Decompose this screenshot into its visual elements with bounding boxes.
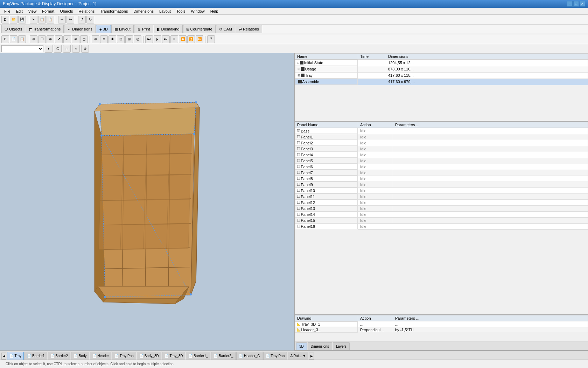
tab-barrier2-3d[interactable]: 📄 Barrier2_ xyxy=(211,352,236,360)
filter-shapes[interactable]: ⬡ xyxy=(54,45,62,53)
tab-header-c[interactable]: 📄 Header_C xyxy=(236,352,262,360)
mode-print[interactable]: 🖨 Print xyxy=(134,25,153,33)
mode-transformations[interactable]: ⇄ Transformations xyxy=(26,25,64,33)
tb2-zoom-window[interactable]: ⊡ xyxy=(117,35,125,43)
mode-diemaking[interactable]: ◧ Diemaking xyxy=(154,25,183,33)
tb2-rewind[interactable]: ⏪ xyxy=(179,35,187,43)
panel-row-15[interactable]: ☐ Panel15 Idle xyxy=(295,217,588,223)
menu-layout[interactable]: Layout xyxy=(156,8,174,14)
panel-row-13[interactable]: ☐ Panel13 Idle xyxy=(295,205,588,211)
panel-row-7[interactable]: ☐ Panel7 Idle xyxy=(295,170,588,176)
tb2-open[interactable]: 📄 xyxy=(10,35,18,43)
tb2-pause[interactable]: ⏸ xyxy=(170,35,178,43)
mode-relations[interactable]: ⇌ Relations xyxy=(236,25,262,33)
tab-barrier1[interactable]: 📄 Barrier1 xyxy=(24,352,47,360)
state-row-3[interactable]: Assemble 417,60 x 979,... xyxy=(295,79,588,85)
mode-cam[interactable]: ⚙ CAM xyxy=(216,25,235,33)
tb2-play-begin[interactable]: ⏮ xyxy=(145,35,153,43)
rp-tab-3d[interactable]: 3D xyxy=(296,342,307,350)
maximize-button[interactable]: □ xyxy=(573,1,579,7)
copy-button[interactable]: 📋 xyxy=(38,16,46,23)
panel-row-4[interactable]: ☐ Panel4 Idle xyxy=(295,152,588,158)
tb2-b4[interactable]: ↗ xyxy=(55,35,63,43)
state-row-2[interactable]: ⊞ Tray 417,60 x 118... xyxy=(295,72,588,79)
menu-relations[interactable]: Relations xyxy=(76,8,98,14)
tb2-zoom-circle[interactable]: ◎ xyxy=(134,35,141,43)
tab-scroll-left[interactable]: ◀ xyxy=(1,353,6,360)
new-button[interactable]: 🗋 xyxy=(1,16,9,23)
panel-row-16[interactable]: ☐ Panel16 Idle xyxy=(295,223,588,229)
tb2-zoom-fit[interactable]: ✚ xyxy=(108,35,116,43)
redo-button[interactable]: ↪ xyxy=(66,16,74,23)
mode-layout[interactable]: ▦ Layout xyxy=(111,25,134,33)
menu-objects[interactable]: Objects xyxy=(57,8,76,14)
menu-view[interactable]: View xyxy=(26,8,40,14)
panel-row-2[interactable]: ☐ Panel2 Idle xyxy=(295,140,588,146)
tb2-new[interactable]: 🗋 xyxy=(1,35,9,43)
tab-header[interactable]: 📄 Header xyxy=(90,352,112,360)
tb2-b6[interactable]: ⊗ xyxy=(72,35,79,43)
panel-row-3[interactable]: ☐ Panel3 Idle xyxy=(295,146,588,152)
tb2-b7[interactable]: ◻ xyxy=(80,35,88,43)
tab-barrier2[interactable]: 📄 Barrier2 xyxy=(48,352,70,360)
mode-dimensions[interactable]: ↔ Dimensions xyxy=(64,25,95,33)
mode-3d[interactable]: ◈ 3D xyxy=(96,25,111,33)
rotate-left-button[interactable]: ↺ xyxy=(78,16,86,23)
state-row-0[interactable]: □ Initial State 1204,55 x 12... xyxy=(295,60,588,66)
tab-scroll-right[interactable]: ▶ xyxy=(309,353,314,360)
menu-help[interactable]: Help xyxy=(208,8,221,14)
tb2-b3[interactable]: ⊕ xyxy=(47,35,54,43)
filter-b3[interactable]: ⊛ xyxy=(81,45,89,53)
drawing-row-0[interactable]: 📐 Tray_3D_1 ... ... xyxy=(295,321,588,327)
panel-row-0[interactable]: ☑ Base Idle xyxy=(295,128,588,134)
tb2-step-back[interactable]: ⏫ xyxy=(187,35,195,43)
tb2-zoom-out[interactable]: ⊖ xyxy=(100,35,108,43)
panel-row-11[interactable]: ☐ Panel11 Idle xyxy=(295,193,588,199)
panel-row-9[interactable]: ☐ Panel9 Idle xyxy=(295,182,588,188)
paste-button[interactable]: 📋 xyxy=(47,16,54,23)
tab-tray-pan[interactable]: 📄 Tray Pan xyxy=(112,352,136,360)
tb2-play[interactable]: ⏵ xyxy=(154,35,161,43)
filter-toggle[interactable]: ▼ xyxy=(45,45,52,53)
panel-row-8[interactable]: ☐ Panel8 Idle xyxy=(295,176,588,182)
state-expand-icon[interactable]: ⊞ xyxy=(298,74,300,77)
tab-body-3d[interactable]: 📄 Body_3D xyxy=(137,352,161,360)
tb2-b1[interactable]: ⊕ xyxy=(30,35,37,43)
menu-dimensions[interactable]: Dimensions xyxy=(131,8,156,14)
tab-a-rut[interactable]: A Rut... ▼ xyxy=(288,352,308,360)
open-button[interactable]: 📂 xyxy=(10,16,18,23)
tb2-zoom-in[interactable]: ⊕ xyxy=(92,35,99,43)
filter-b2[interactable]: ○ xyxy=(72,45,80,53)
menu-tools[interactable]: Tools xyxy=(174,8,188,14)
menu-transformations[interactable]: Transformations xyxy=(97,8,131,14)
tab-barrier1-3d[interactable]: 📄 Barrier1_ xyxy=(186,352,210,360)
tab-tray-pan2[interactable]: 📄 Tray Pan xyxy=(263,352,287,360)
tab-body[interactable]: 📄 Body xyxy=(71,352,89,360)
panel-row-5[interactable]: ☐ Panel5 Idle xyxy=(295,158,588,164)
panel-row-12[interactable]: ☐ Panel12 Idle xyxy=(295,199,588,205)
panel-row-14[interactable]: ☐ Panel14 Idle xyxy=(295,211,588,217)
panel-row-6[interactable]: ☐ Panel6 Idle xyxy=(295,164,588,170)
menu-window[interactable]: Window xyxy=(188,8,208,14)
rp-tab-dimensions[interactable]: Dimensions xyxy=(308,342,332,350)
panel-row-1[interactable]: ☐ Panel1 Idle xyxy=(295,134,588,140)
menu-file[interactable]: File xyxy=(1,8,13,14)
tab-tray-3d[interactable]: 📄 Tray_3D xyxy=(162,352,186,360)
filter-dropdown[interactable] xyxy=(1,45,43,52)
state-expand-icon[interactable]: ⊞ xyxy=(298,67,300,71)
tb2-help[interactable]: ? xyxy=(207,35,215,43)
menu-edit[interactable]: Edit xyxy=(13,8,26,14)
minimize-button[interactable]: − xyxy=(567,1,573,7)
menu-format[interactable]: Format xyxy=(39,8,57,14)
filter-b1[interactable]: ◻ xyxy=(63,45,71,53)
tab-tray[interactable]: 📄 Tray xyxy=(7,352,24,360)
save-button[interactable]: 💾 xyxy=(18,16,26,23)
tb2-save[interactable]: 📋 xyxy=(18,35,26,43)
tb2-zoom-all[interactable]: ⊞ xyxy=(125,35,133,43)
tb2-step-fwd[interactable]: ⏩ xyxy=(196,35,203,43)
drawing-row-1[interactable]: 📐 Header_3... Perpendicul... by -1,5*TH xyxy=(295,327,588,333)
rp-tab-layers[interactable]: Layers xyxy=(333,342,350,350)
tb2-play-next[interactable]: ⏭ xyxy=(162,35,170,43)
close-button[interactable]: ✕ xyxy=(580,1,585,7)
3d-viewport[interactable] xyxy=(0,53,294,350)
